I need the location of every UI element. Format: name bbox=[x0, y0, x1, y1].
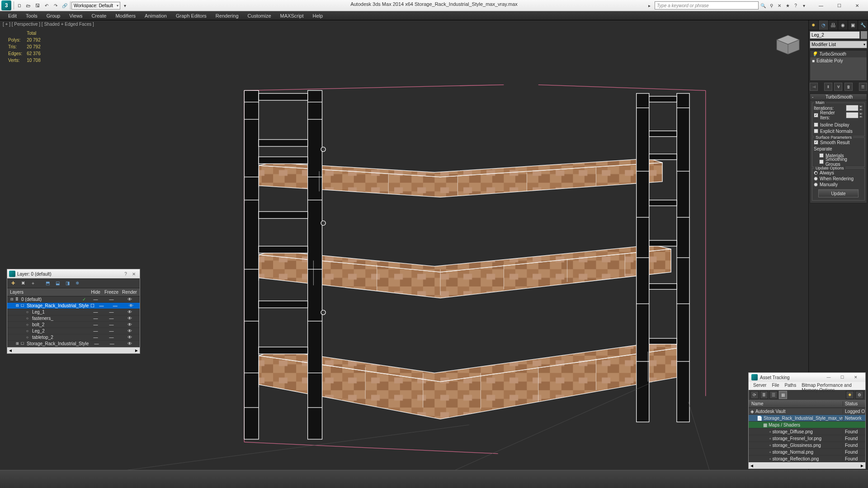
render-iters-checkbox[interactable]: ✓ bbox=[814, 113, 818, 117]
smoothing-groups-checkbox[interactable] bbox=[819, 160, 824, 164]
workspace-add-icon[interactable]: ▾ bbox=[121, 1, 129, 9]
favorites-icon[interactable]: ★ bbox=[784, 2, 791, 9]
list-view-icon[interactable]: ☰ bbox=[769, 391, 778, 399]
tab-display[interactable]: ▣ bbox=[848, 20, 858, 30]
help-icon[interactable]: ? bbox=[792, 2, 799, 9]
smooth-result-checkbox[interactable]: ✓ bbox=[814, 140, 818, 145]
app-menu-icon[interactable]: 3 bbox=[1, 0, 11, 10]
new-file-icon[interactable]: 🗋 bbox=[15, 1, 24, 9]
render-iters-value[interactable]: 2 bbox=[846, 112, 859, 118]
expand-icon[interactable]: ⊞ bbox=[15, 342, 19, 346]
menu-views[interactable]: Views bbox=[65, 12, 87, 19]
render-cell[interactable]: 👁 bbox=[119, 328, 140, 333]
render-cell[interactable]: 👁 bbox=[119, 335, 140, 340]
col-asset-status[interactable]: Status bbox=[843, 401, 865, 406]
always-radio[interactable] bbox=[814, 171, 818, 175]
save-file-icon[interactable]: 🖫 bbox=[33, 1, 42, 9]
redo-icon[interactable]: ↷ bbox=[52, 1, 60, 9]
expand-icon[interactable]: ⊟ bbox=[15, 304, 19, 308]
layer-panel-help-icon[interactable]: ? bbox=[122, 270, 130, 277]
freeze-cell[interactable]: — bbox=[104, 335, 119, 340]
help-drop-icon[interactable]: ▾ bbox=[800, 2, 807, 9]
layer-row[interactable]: ⊞☐Storage_Rack_Industrial_Style——👁 bbox=[7, 341, 140, 347]
spinner-up-icon[interactable]: ▲ bbox=[859, 105, 863, 108]
tree-view-icon[interactable]: ≣ bbox=[760, 391, 768, 399]
col-layers[interactable]: Layers bbox=[7, 290, 88, 295]
col-freeze[interactable]: Freeze bbox=[104, 290, 119, 295]
asset-panel-titlebar[interactable]: Asset Tracking — ☐ ✕ bbox=[749, 373, 865, 382]
freeze-cell[interactable]: — bbox=[104, 328, 119, 333]
asset-list[interactable]: ◈Autodesk VaultLogged O📄Storage_Rack_Ind… bbox=[749, 408, 865, 462]
layer-list[interactable]: ⊟≣0 (default)✓——👁⊟☐Storage_Rack_Industri… bbox=[7, 296, 140, 347]
hide-cell[interactable]: — bbox=[88, 322, 104, 327]
asset-row[interactable]: ▦Maps / Shaders bbox=[749, 422, 865, 428]
asset-row[interactable]: ▫storage_Fresnel_Ior.pngFound bbox=[749, 435, 865, 442]
connect-icon[interactable]: ⚲ bbox=[768, 2, 775, 9]
tab-utilities[interactable]: 🔧 bbox=[858, 20, 868, 30]
render-cell[interactable]: 👁 bbox=[119, 310, 140, 314]
select-layers-icon[interactable]: ⬓ bbox=[53, 279, 61, 287]
asset-row[interactable]: ▫storage_Normal.pngFound bbox=[749, 449, 865, 455]
object-color-swatch[interactable] bbox=[861, 31, 867, 39]
configure-sets-icon[interactable]: ☰ bbox=[859, 83, 867, 91]
layer-row[interactable]: ⊟≣0 (default)✓——👁 bbox=[7, 296, 140, 303]
layer-row[interactable]: ○fasteners_——👁 bbox=[7, 315, 140, 322]
hide-cell[interactable]: — bbox=[88, 297, 104, 302]
delete-layer-icon[interactable]: ✖ bbox=[19, 279, 27, 287]
expand-icon[interactable]: ⊟ bbox=[10, 297, 14, 301]
explicit-checkbox[interactable] bbox=[814, 129, 818, 133]
add-to-layer-icon[interactable]: ＋ bbox=[29, 279, 37, 287]
iterations-spinner[interactable]: 0 ▲▼ bbox=[846, 105, 863, 112]
undo-icon[interactable]: ↶ bbox=[42, 1, 51, 9]
menu-modifiers[interactable]: Modifiers bbox=[111, 12, 140, 19]
highlight-icon[interactable]: ✹ bbox=[846, 391, 854, 399]
layer-panel-titlebar[interactable]: Layer: 0 (default) ? ✕ bbox=[7, 269, 140, 278]
hide-unhide-icon[interactable]: ◨ bbox=[63, 279, 71, 287]
menu-customize[interactable]: Customize bbox=[243, 12, 276, 19]
layer-panel-close-icon[interactable]: ✕ bbox=[130, 270, 138, 277]
hide-cell[interactable]: — bbox=[94, 303, 108, 308]
layer-row[interactable]: ○tabletop_2——👁 bbox=[7, 334, 140, 341]
hide-cell[interactable]: — bbox=[88, 316, 104, 321]
menu-group[interactable]: Group bbox=[42, 12, 65, 19]
viewport[interactable]: [ + ] [ Perspective ] [ Shaded + Edged F… bbox=[0, 20, 808, 470]
asset-minimize-icon[interactable]: — bbox=[822, 375, 835, 380]
render-iters-spinner[interactable]: 2 ▲▼ bbox=[846, 112, 863, 119]
freeze-cell[interactable]: — bbox=[104, 297, 119, 302]
asset-menu-bitmap-perf[interactable]: Bitmap Performance and Memory Options bbox=[799, 382, 863, 390]
table-view-icon[interactable]: ▦ bbox=[779, 391, 787, 399]
refresh-icon[interactable]: ⟳ bbox=[750, 391, 759, 399]
freeze-cell[interactable]: — bbox=[104, 316, 119, 321]
update-button[interactable]: Update bbox=[818, 189, 859, 197]
info-toggle-icon[interactable]: ▸ bbox=[645, 1, 653, 9]
menu-animation[interactable]: Animation bbox=[140, 12, 171, 19]
layer-row[interactable]: ○Leg_1——👁 bbox=[7, 309, 140, 315]
freeze-unfreeze-icon[interactable]: ❄ bbox=[73, 279, 81, 287]
open-file-icon[interactable]: 🗁 bbox=[24, 1, 33, 9]
isoline-checkbox[interactable] bbox=[814, 122, 818, 127]
asset-maximize-icon[interactable]: ☐ bbox=[835, 375, 849, 380]
help-search-input[interactable]: Type a keyword or phrase bbox=[655, 1, 759, 9]
asset-panel-scrollbar[interactable]: ◄► bbox=[749, 462, 865, 469]
freeze-cell[interactable]: — bbox=[108, 303, 122, 308]
col-hide[interactable]: Hide bbox=[88, 290, 104, 295]
asset-row[interactable]: ▫storage_Diffuse.pngFound bbox=[749, 428, 865, 435]
settings-icon[interactable]: ⚙ bbox=[855, 391, 863, 399]
viewport-label[interactable]: [ + ] [ Perspective ] [ Shaded + Edged F… bbox=[3, 22, 94, 27]
new-layer-icon[interactable]: ✚ bbox=[9, 279, 17, 287]
freeze-cell[interactable]: — bbox=[104, 341, 120, 346]
asset-row[interactable]: ◈Autodesk VaultLogged O bbox=[749, 408, 865, 415]
asset-row[interactable]: ▫storage_Glossiness.pngFound bbox=[749, 442, 865, 449]
col-asset-name[interactable]: Name bbox=[749, 401, 843, 406]
menu-graph-editors[interactable]: Graph Editors bbox=[171, 12, 211, 19]
workspace-dropdown[interactable]: Workspace: Default bbox=[71, 2, 120, 9]
hide-cell[interactable]: — bbox=[88, 335, 104, 340]
menu-rendering[interactable]: Rendering bbox=[211, 12, 243, 19]
render-cell[interactable]: 👁 bbox=[119, 297, 140, 302]
asset-close-icon[interactable]: ✕ bbox=[849, 375, 863, 380]
search-go-icon[interactable]: 🔍 bbox=[760, 2, 767, 9]
asset-menu-file[interactable]: File bbox=[769, 382, 782, 390]
modifier-list-dropdown[interactable]: Modifier List bbox=[810, 41, 867, 48]
spinner-up-icon[interactable]: ▲ bbox=[859, 112, 863, 115]
link-icon[interactable]: 🔗 bbox=[61, 1, 69, 9]
